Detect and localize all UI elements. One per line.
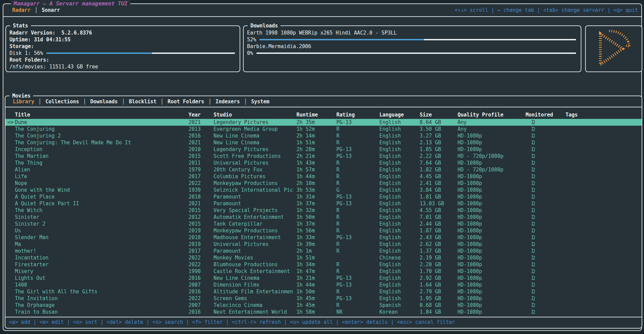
- cell-rating: R: [336, 241, 379, 247]
- table-row[interactable]: Firestarter2022Blumhouse Productions1h 3…: [5, 261, 642, 268]
- cell-runtime: 1h 57m: [296, 167, 336, 173]
- monitored-tag-icon: [526, 160, 565, 166]
- cell-language: English: [379, 289, 420, 295]
- tab-collections[interactable]: Collections: [41, 97, 83, 107]
- cell-quality-profile: HD-1080p: [458, 248, 526, 254]
- cell-language: English: [379, 214, 420, 220]
- cell-language: English: [379, 234, 420, 241]
- cell-size: 3.84 GB: [420, 187, 458, 193]
- tab-radarr[interactable]: Radarr: [8, 7, 35, 13]
- monitored-tag-icon: [526, 140, 565, 145]
- cell-runtime: 1h 56m: [296, 228, 336, 234]
- cell-quality-profile: HD-1080p: [458, 234, 526, 241]
- table-row[interactable]: Slender Man2018Madhouse Entertainment1h …: [5, 234, 642, 241]
- cell-title: Lights Out: [15, 275, 188, 281]
- table-row[interactable]: A Quiet Place Part II2021Paramount1h 37m…: [5, 200, 642, 207]
- table-row[interactable]: The Conjuring: The Devil Made Me Do It20…: [5, 139, 642, 146]
- cell-quality-profile: HD-1080p: [458, 173, 526, 180]
- cell-size: 3.50 GB: [420, 126, 458, 132]
- table-row[interactable]: Inception2010Legendary Pictures2h 28mPG-…: [5, 146, 642, 153]
- table-row[interactable]: The Invitation2022Screen Gems1h 45mPG-13…: [5, 295, 642, 302]
- table-row[interactable]: 14082007Dimension Films1h 44mPG-13Englis…: [5, 281, 642, 288]
- monitored-tag-icon: [526, 275, 565, 281]
- cell-title: The Martian: [15, 153, 188, 159]
- tab-sonarr[interactable]: Sonarr: [38, 7, 64, 13]
- cell-title: Inception: [15, 146, 188, 152]
- table-row[interactable]: The Conjuring2013Evergreen Media Group1h…: [5, 126, 642, 132]
- cell-year: 2011: [188, 160, 214, 166]
- table-row[interactable]: Ma2019Universal Pictures1h 39mREnglish2.…: [5, 241, 642, 248]
- disk-usage-label: Disk 1: 56%: [9, 50, 43, 57]
- cell-studio: New Line Cinema: [214, 140, 296, 146]
- table-row[interactable]: Nope2022Monkeypaw Productions2h 10mREngl…: [5, 180, 642, 187]
- monitored-tag-icon: [526, 242, 565, 247]
- cell-runtime: 1h 51m: [296, 140, 336, 146]
- table-row[interactable]: Sinister 22015Tank Caterpillar1h 37mREng…: [5, 221, 642, 227]
- tab-blocklist[interactable]: Blocklist: [125, 97, 160, 107]
- cell-runtime: 1h 32m: [296, 207, 336, 213]
- download-progress-gauge: [260, 39, 576, 40]
- cell-title: Sinister 2: [15, 221, 188, 227]
- cell-rating: PG-13: [336, 295, 379, 301]
- table-row[interactable]: The Orphanage2007Telecinco Cinema1h 45mR…: [5, 302, 642, 309]
- table-row[interactable]: Us2019Monkeypaw Productions1h 56mREnglis…: [5, 227, 642, 234]
- table-row[interactable]: Alien197920th Century Fox1h 57mREnglish1…: [5, 166, 642, 173]
- monitored-tag-icon: [526, 187, 565, 193]
- movies-tabs: Library│Collections│Downloads│Blocklist│…: [5, 97, 642, 107]
- table-row[interactable]: mother!2017Paramount2h 1mREnglish1.37 GB…: [5, 248, 642, 254]
- cell-size: 7.01 GB: [420, 214, 458, 220]
- monitored-tag-icon: [526, 120, 565, 125]
- monitored-tag-icon: [526, 296, 565, 301]
- table-row[interactable]: =>Dune2021Legendary Pictures2h 35mPG-13E…: [5, 119, 642, 126]
- cell-runtime: 1h 45m: [296, 302, 336, 308]
- cell-rating: R: [336, 207, 379, 213]
- table-row[interactable]: The Martian2015Scott Free Productions2h …: [5, 153, 642, 160]
- table-row[interactable]: The Conjuring 22016New Line Cinema2h 14m…: [5, 132, 642, 139]
- cell-quality-profile: HD-1080p: [458, 302, 526, 308]
- table-row[interactable]: Life2017Columbia Pictures1h 44mREnglish4…: [5, 173, 642, 180]
- cell-language: English: [379, 268, 420, 274]
- tab-system[interactable]: System: [247, 97, 273, 107]
- table-row[interactable]: Train to Busan2016Next Entertainment Wor…: [5, 309, 642, 315]
- cell-studio: New Line Cinema: [214, 275, 296, 281]
- table-row[interactable]: Incantation2022Monkey Movies1h 51mChines…: [5, 254, 642, 261]
- table-row[interactable]: Sinister2012Automatik Entertainment1h 50…: [5, 214, 642, 221]
- cell-studio: Screen Gems: [214, 295, 296, 301]
- cell-rating: R: [336, 262, 379, 268]
- cell-language: English: [379, 295, 420, 301]
- tab-separator: │: [35, 7, 38, 13]
- cell-title: Gone with the Wind: [15, 187, 188, 193]
- cell-studio: Telecinco Cinema: [214, 302, 296, 308]
- cell-runtime: 1h 44m: [296, 282, 336, 288]
- cell-rating: R: [336, 228, 379, 234]
- table-row[interactable]: The Girl with All the Gifts2016Altitude …: [5, 288, 642, 295]
- cell-title: The Orphanage: [15, 302, 188, 308]
- cell-studio: Altitude Film Entertainmen: [214, 289, 296, 295]
- table-row[interactable]: A Quiet Place2018Paramount1h 31mPG-13Eng…: [5, 193, 642, 200]
- cell-year: 2013: [188, 126, 214, 132]
- cell-studio: Selznick International Pic: [214, 187, 296, 193]
- cell-rating: R: [336, 180, 379, 186]
- table-row[interactable]: The Thing2011Universal Pictures1h 43mREn…: [5, 160, 642, 166]
- cell-rating: PG-13: [336, 194, 379, 200]
- cell-year: 2022: [188, 262, 214, 268]
- cell-language: English: [379, 221, 420, 227]
- cell-size: 1.85 GB: [420, 146, 458, 152]
- table-row[interactable]: Misery1990Castle Rock Entertainment1h 47…: [5, 268, 642, 275]
- cell-runtime: 3h 53m: [296, 187, 336, 193]
- table-row[interactable]: Lights Out2016New Line Cinema1h 21mPG-13…: [5, 275, 642, 281]
- table-row[interactable]: Gone with the Wind1939Selznick Internati…: [5, 187, 642, 193]
- tab-downloads[interactable]: Downloads: [86, 97, 122, 107]
- monitored-tag-icon: [526, 289, 565, 294]
- cell-rating: PG-13: [336, 282, 379, 288]
- tab-indexers[interactable]: Indexers: [212, 97, 244, 107]
- cell-runtime: 2h 1m: [296, 248, 336, 254]
- stats-panel: Stats Radarr Version: 5.2.6.8376 Uptime:…: [5, 25, 240, 72]
- table-row[interactable]: The Witch2015Very Special Projects1h 32m…: [5, 207, 642, 214]
- tab-library[interactable]: Library: [9, 97, 38, 107]
- cell-size: 4.55 GB: [420, 207, 458, 213]
- tab-root-folders[interactable]: Root Folders: [163, 97, 208, 107]
- monitored-tag-icon: [526, 214, 565, 220]
- cell-rating: R: [336, 268, 379, 274]
- cell-title: Slender Man: [15, 234, 188, 241]
